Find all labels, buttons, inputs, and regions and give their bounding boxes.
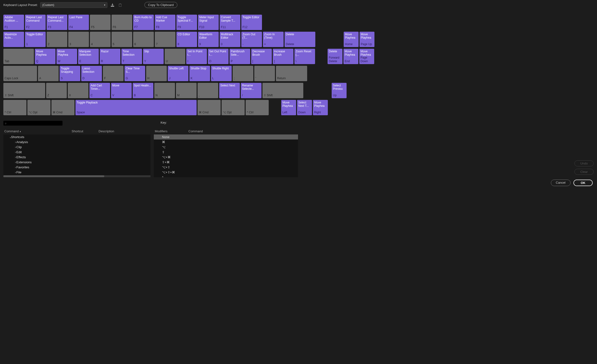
- modifier-row[interactable]: ^: [154, 175, 298, 177]
- key-y[interactable]: SlipY: [143, 49, 164, 64]
- chevron-right-icon[interactable]: ›: [4, 155, 15, 159]
- key-b[interactable]: Spot Healin...B: [133, 83, 153, 98]
- key-f1[interactable]: Adobe Audition ...F1: [3, 15, 24, 30]
- key-down[interactable]: Select Next T...Down: [297, 100, 312, 115]
- modifier-row[interactable]: ⌥+⇧+⌘: [154, 170, 298, 175]
- key-f[interactable]: F: [103, 66, 124, 81]
- key-d[interactable]: Lasso SelectionD: [81, 66, 102, 81]
- key-r[interactable]: RazorR: [100, 49, 120, 64]
- key-5[interactable]: 5: [111, 32, 132, 47]
- key-i[interactable]: Set In Point t...I: [186, 49, 207, 64]
- key--ctrl[interactable]: ^ Ctrl: [246, 100, 269, 115]
- key--[interactable]: Zoom Reset (...\: [294, 49, 315, 64]
- key-page-up[interactable]: Move PlayheaPage Up: [360, 32, 374, 47]
- key-c[interactable]: Add Cart Timer...C: [89, 83, 110, 98]
- modifiers-header[interactable]: Modifiers: [155, 129, 189, 133]
- shortcut-header[interactable]: Shortcut: [72, 129, 99, 133]
- key-6[interactable]: 6: [133, 32, 154, 47]
- key-g[interactable]: Clear Time S...G: [125, 66, 145, 81]
- key-f12[interactable]: Toggle EditorF12: [241, 15, 262, 30]
- key-end[interactable]: Move PlayheaEnd: [343, 49, 358, 64]
- key--ctrl[interactable]: ^ Ctrl: [3, 100, 26, 115]
- key--opt[interactable]: ⌥ Opt: [222, 100, 245, 115]
- key-8[interactable]: CD Editor8: [176, 32, 197, 47]
- h-scrollbar[interactable]: [3, 175, 150, 177]
- key--[interactable]: Zoom In (Time)=: [263, 32, 283, 47]
- key--[interactable]: Rename Selecte.../: [241, 83, 261, 98]
- key-forward-delete[interactable]: DeleteForward Delete: [328, 49, 343, 64]
- key-f3[interactable]: Repeat Last Command...F3: [47, 15, 67, 30]
- key-f9[interactable]: Toggle Spectral F...F9: [176, 15, 197, 30]
- cmd-tree-row[interactable]: ›Extensions: [3, 160, 150, 165]
- key--[interactable]: Select Next.: [219, 83, 240, 98]
- key-return[interactable]: Return: [276, 66, 307, 81]
- key-e[interactable]: Marquee SelectionE: [78, 49, 99, 64]
- key--shift[interactable]: ⇧ Shift: [3, 83, 45, 98]
- modifier-row[interactable]: ⌥+⇧: [154, 165, 298, 170]
- key-n[interactable]: N: [154, 83, 175, 98]
- key-t[interactable]: Time SelectionT: [121, 49, 142, 64]
- key-f8[interactable]: Add Cue MarkerF8: [155, 15, 175, 30]
- cmd-tree-row[interactable]: ›Effects: [3, 155, 150, 160]
- chevron-down-icon[interactable]: ⌄: [4, 135, 10, 139]
- modifier-row[interactable]: ⌥: [154, 144, 298, 150]
- key-j[interactable]: Shuttle LeftJ: [168, 66, 189, 81]
- cmd-tree-row[interactable]: ›Analysis: [3, 139, 150, 144]
- cmd-tree-row[interactable]: ›Edit: [3, 150, 150, 155]
- key--[interactable]: Decrease Brush[: [251, 49, 272, 64]
- key--[interactable]: ,: [197, 83, 218, 98]
- copy-to-clipboard-button[interactable]: Copy To Clipboard: [144, 2, 177, 8]
- key-f4[interactable]: Last PaneF4: [68, 15, 89, 30]
- key-tab[interactable]: Tab: [3, 49, 34, 64]
- modifier-row[interactable]: ⌘: [154, 139, 298, 144]
- modifier-row[interactable]: ⇧+⌘: [154, 160, 298, 165]
- key-3[interactable]: 3: [68, 32, 89, 47]
- description-header[interactable]: Description: [99, 129, 149, 133]
- cancel-button[interactable]: Cancel: [551, 180, 571, 186]
- key-caps-lock[interactable]: Caps Lock: [3, 66, 37, 81]
- key--[interactable]: Maximize Activ...`: [3, 32, 24, 47]
- key-f7[interactable]: Burn Audio to CDF7: [133, 15, 154, 30]
- key-f10[interactable]: Meter Input SignalF10: [198, 15, 219, 30]
- modifier-row[interactable]: None: [154, 135, 298, 139]
- mod-command-header[interactable]: Command: [189, 129, 297, 133]
- search-input-container[interactable]: ⌕: [3, 121, 63, 126]
- key-f2[interactable]: Repeat Last CommandF2: [25, 15, 46, 30]
- key-k[interactable]: Shuttle StopK: [189, 66, 210, 81]
- chevron-right-icon[interactable]: ›: [4, 150, 15, 154]
- key-0[interactable]: Multitrack Editor0: [220, 32, 240, 47]
- modifier-row[interactable]: ⌥+⌘: [154, 155, 298, 160]
- key-right[interactable]: Move PlayheaRight: [313, 100, 328, 115]
- key-f6[interactable]: F6: [111, 15, 132, 30]
- chevron-right-icon[interactable]: ›: [4, 140, 15, 144]
- key-u[interactable]: U: [165, 49, 185, 64]
- cmd-tree-row[interactable]: ⌄Shortcuts: [3, 135, 150, 139]
- key-z[interactable]: Z: [46, 83, 67, 98]
- cmd-tree-row[interactable]: ›Favorites: [3, 165, 150, 170]
- key-1[interactable]: Toggle Editor1: [25, 32, 46, 47]
- cmd-tree-row[interactable]: ›File: [3, 170, 150, 175]
- key-s[interactable]: Toggle SnappingS: [60, 66, 80, 81]
- key-space[interactable]: Toggle PlaybackSpace: [75, 100, 196, 115]
- key--cmd[interactable]: ⌘ Cmd: [51, 100, 75, 115]
- key-7[interactable]: 7: [155, 32, 175, 47]
- key--[interactable]: ;: [233, 66, 253, 81]
- key-v[interactable]: MoveV: [111, 83, 132, 98]
- search-input[interactable]: [8, 121, 61, 125]
- save-preset-icon[interactable]: [110, 2, 115, 8]
- key-f5[interactable]: F5: [90, 15, 110, 30]
- key--opt[interactable]: ⌥ Opt: [27, 100, 50, 115]
- key-home[interactable]: Move PlayheaHome: [344, 32, 359, 47]
- command-header[interactable]: Command: [4, 129, 19, 133]
- chevron-right-icon[interactable]: ›: [4, 160, 15, 164]
- key--[interactable]: Increase Brush]: [273, 49, 293, 64]
- chevron-right-icon[interactable]: ›: [4, 166, 15, 169]
- key-left[interactable]: Move PlayheaLeft: [281, 100, 296, 115]
- key--[interactable]: Zoom Out (T...-: [241, 32, 262, 47]
- key-x[interactable]: X: [68, 83, 88, 98]
- preset-dropdown[interactable]: (Custom) ▾: [40, 2, 107, 8]
- modifier-row[interactable]: ⇧: [154, 150, 298, 155]
- key-4[interactable]: 4: [90, 32, 110, 47]
- key-page-down[interactable]: Move PlayheaPage Down: [359, 49, 374, 64]
- key--cmd[interactable]: ⌘ Cmd: [197, 100, 221, 115]
